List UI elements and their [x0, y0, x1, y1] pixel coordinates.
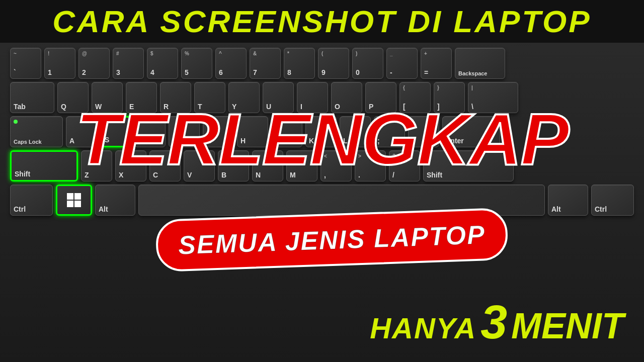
key-p: P: [365, 82, 396, 113]
svg-rect-0: [67, 193, 73, 200]
key-s: S: [100, 116, 131, 147]
key-quote: "': [408, 116, 439, 147]
key-v: V: [184, 150, 215, 182]
key-alt-right: Alt: [548, 185, 588, 216]
menit-text: MENIT: [511, 305, 624, 346]
key-backspace: Backspace: [455, 48, 505, 79]
key-x: X: [115, 150, 146, 182]
main-container: CARA SCREENSHOT DI LAPTOP ~` !1 @2 #3: [0, 0, 644, 362]
key-row-2: Tab Q W E R T Y U I O P {[ }] |\: [10, 82, 634, 113]
key-w: W: [92, 82, 123, 113]
main-title: CARA SCREENSHOT DI LAPTOP: [52, 4, 591, 39]
svg-rect-2: [67, 201, 73, 207]
key-5: %5: [181, 48, 212, 79]
key-r: R: [160, 82, 191, 113]
key-capslock: Caps Lock: [10, 116, 63, 147]
key-backslash: |\: [468, 82, 518, 113]
key-a: A: [66, 116, 97, 147]
key-row-3: Caps Lock A S D F G H J K L :; "' Enter: [10, 116, 634, 147]
key-z: Z: [81, 150, 112, 182]
key-9: (9: [318, 48, 349, 79]
key-ctrl-right: Ctrl: [591, 185, 634, 216]
key-1: !1: [44, 48, 75, 79]
key-slash: ?/: [389, 150, 420, 182]
key-c: C: [149, 150, 181, 182]
key-8: *8: [284, 48, 315, 79]
key-4: $4: [147, 48, 178, 79]
key-3: #3: [113, 48, 144, 79]
svg-rect-3: [74, 201, 81, 207]
key-shift-right: Shift: [423, 150, 514, 182]
key-tab: Tab: [10, 82, 54, 113]
key-q: Q: [57, 82, 89, 113]
key-t: T: [194, 82, 225, 113]
key-enter: Enter: [442, 116, 500, 147]
key-y: Y: [228, 82, 260, 113]
keyboard: ~` !1 @2 #3 $4 %5 ^6: [10, 48, 634, 219]
key-equals: +=: [421, 48, 452, 79]
key-row-1: ~` !1 @2 #3 $4 %5 ^6: [10, 48, 634, 79]
key-2: @2: [78, 48, 110, 79]
key-comma: <,: [320, 150, 352, 182]
svg-rect-1: [74, 193, 81, 200]
key-j: J: [271, 116, 302, 147]
key-n: N: [252, 150, 283, 182]
key-i: I: [297, 82, 328, 113]
key-ctrl-left: Ctrl: [10, 185, 53, 216]
key-b: B: [218, 150, 249, 182]
key-alt-left: Alt: [95, 185, 135, 216]
key-m: M: [286, 150, 317, 182]
key-tilde: ~`: [10, 48, 41, 79]
key-semicolon: :;: [374, 116, 405, 147]
semua-jenis-text: SEMUA JENIS LAPTOP: [178, 220, 486, 259]
top-bar: CARA SCREENSHOT DI LAPTOP: [0, 0, 644, 43]
key-6: ^6: [215, 48, 247, 79]
key-shift-left: Shift: [10, 150, 78, 182]
key-o: O: [331, 82, 362, 113]
key-e: E: [126, 82, 157, 113]
key-period: >.: [355, 150, 386, 182]
key-minus: _-: [386, 48, 418, 79]
key-bracket-l: {[: [399, 82, 431, 113]
key-bracket-r: }]: [434, 82, 465, 113]
key-g: G: [203, 116, 234, 147]
key-f: F: [169, 116, 200, 147]
key-row-5: Ctrl Alt Alt: [10, 185, 634, 216]
number-3: 3: [480, 295, 507, 349]
key-row-4: Shift Z X C V B N M <, >. ?/ Shi: [10, 150, 634, 182]
hanya-text: HANYA: [370, 311, 476, 345]
key-7: &7: [250, 48, 281, 79]
key-win[interactable]: [56, 185, 92, 216]
key-l: L: [340, 116, 371, 147]
hanya-menit-overlay: HANYA 3 MENIT: [370, 295, 624, 349]
keyboard-area: ~` !1 @2 #3 $4 %5 ^6: [0, 43, 644, 362]
key-0: )0: [352, 48, 383, 79]
key-u: U: [263, 82, 294, 113]
key-h: H: [237, 116, 268, 147]
key-d: D: [134, 116, 166, 147]
key-k: K: [305, 116, 337, 147]
